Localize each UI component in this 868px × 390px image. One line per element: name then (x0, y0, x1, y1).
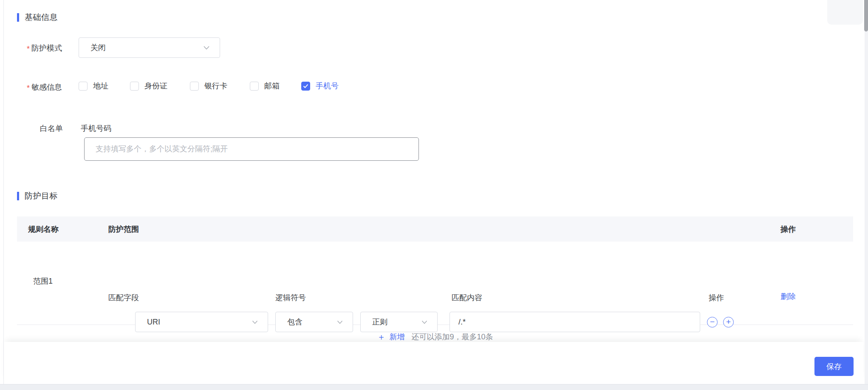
protect-mode-value: 关闭 (90, 43, 106, 53)
match-field-select[interactable]: URI (135, 312, 268, 332)
checkbox-icon (79, 82, 88, 91)
scrollbar-track[interactable] (865, 0, 868, 384)
header-rule-name: 规则名称 (28, 216, 59, 242)
sensitive-info-row-label: *敏感信息 (27, 82, 62, 92)
delete-link[interactable]: 删除 (780, 291, 796, 302)
plus-icon: ＋ (377, 333, 385, 341)
section-protect-target: 防护目标 (17, 188, 58, 205)
logic-value: 包含 (287, 317, 303, 327)
chevron-down-icon (421, 319, 428, 325)
chevron-down-icon (336, 319, 343, 325)
checkbox-email[interactable]: 邮箱 (250, 81, 280, 91)
section-accent-bar (17, 192, 19, 200)
add-rule-label: 新增 (389, 332, 404, 342)
logic-select[interactable]: 包含 (275, 312, 353, 332)
checkbox-icon (250, 82, 259, 91)
whitelist-label: 白名单 (40, 123, 63, 134)
chevron-down-icon (252, 319, 258, 325)
row-operation-label: 操作 (709, 293, 724, 303)
checkbox-label: 地址 (93, 81, 108, 91)
add-rule-hint: 还可以添加9，最多10条 (411, 332, 493, 342)
phone-number-label: 手机号码 (81, 123, 111, 134)
match-field-label: 匹配字段 (108, 293, 139, 303)
protect-mode-label: 防护模式 (31, 44, 62, 52)
required-asterisk: * (27, 45, 30, 53)
logic-label: 逻辑符号 (275, 293, 306, 303)
required-asterisk: * (27, 84, 30, 92)
section-accent-bar (17, 13, 19, 22)
protect-mode-select[interactable]: 关闭 (79, 37, 220, 58)
checkbox-label: 身份证 (144, 81, 167, 91)
checkbox-icon (190, 82, 199, 91)
chevron-down-icon (203, 45, 210, 51)
sensitive-info-protection-drawer: 基础信息 *防护模式 关闭 *敏感信息 地址 身份证 银行卡 邮箱 手机号 白名… (0, 0, 868, 390)
checkbox-id-card[interactable]: 身份证 (130, 81, 167, 91)
match-content-input[interactable] (450, 312, 700, 332)
drawer-footer: 保存 (4, 342, 863, 384)
scrollbar-thumb[interactable] (864, 0, 868, 31)
checkbox-phone[interactable]: 手机号 (301, 81, 339, 91)
phone-whitelist-input[interactable] (84, 137, 419, 161)
header-scope: 防护范围 (108, 216, 139, 242)
checkbox-address[interactable]: 地址 (79, 81, 108, 91)
drawer-left-border (3, 0, 4, 390)
match-type-value: 正则 (372, 317, 387, 327)
header-operation: 操作 (780, 216, 796, 242)
checkbox-label: 手机号 (316, 81, 339, 91)
sensitive-info-label: 敏感信息 (31, 83, 62, 91)
table-header-row: 规则名称 防护范围 操作 (17, 216, 853, 242)
protect-mode-row: *防护模式 (27, 43, 62, 53)
table-row: 范围1 匹配字段 逻辑符号 匹配内容 操作 删除 URI 包含 正则 (17, 242, 853, 325)
protect-target-table: 规则名称 防护范围 操作 范围1 匹配字段 逻辑符号 匹配内容 操作 删除 UR… (17, 216, 853, 344)
section-title: 基础信息 (25, 12, 58, 23)
section-title: 防护目标 (25, 191, 58, 202)
match-type-select[interactable]: 正则 (360, 312, 438, 332)
remove-condition-button[interactable]: − (707, 317, 718, 327)
section-basic-info: 基础信息 (17, 9, 58, 26)
top-right-panel (827, 0, 863, 25)
rule-name: 范围1 (33, 276, 53, 286)
match-content-label: 匹配内容 (452, 293, 482, 303)
save-button[interactable]: 保存 (814, 357, 854, 376)
checkbox-icon (130, 82, 139, 91)
page-bottom-strip (0, 384, 868, 390)
match-field-value: URI (147, 318, 160, 327)
checkbox-label: 邮箱 (264, 81, 280, 91)
add-condition-button[interactable]: + (723, 317, 734, 327)
checkbox-bank-card[interactable]: 银行卡 (190, 81, 227, 91)
checkbox-label: 银行卡 (204, 81, 227, 91)
checkmark-icon (301, 82, 310, 91)
add-rule-button[interactable]: ＋ 新增 (377, 332, 404, 342)
